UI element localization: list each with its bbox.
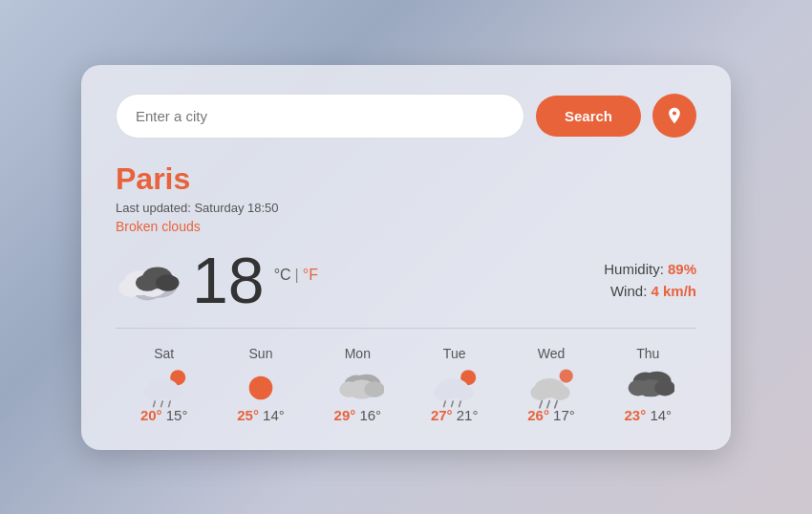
svg-point-24 <box>454 385 474 400</box>
divider <box>116 328 696 329</box>
svg-point-20 <box>364 381 384 397</box>
svg-point-30 <box>530 385 550 400</box>
unit-celsius[interactable]: °C <box>274 267 291 284</box>
forecast-low: 14° <box>263 407 285 423</box>
svg-point-7 <box>156 274 180 291</box>
forecast-icon-rain_sun <box>143 367 185 401</box>
forecast-high: 23° <box>625 407 647 423</box>
svg-point-15 <box>249 375 273 399</box>
svg-line-34 <box>555 400 557 407</box>
main-weather-icon <box>116 251 182 309</box>
forecast-high: 29° <box>334 407 356 423</box>
forecast-day: Thu 23° 14° <box>600 346 696 423</box>
forecast-icon-dark_cloud <box>627 367 669 401</box>
humidity-value: 89% <box>668 261 696 277</box>
svg-line-13 <box>160 401 162 407</box>
search-row: Search <box>116 94 696 139</box>
forecast-temps: 29° 16° <box>334 407 382 423</box>
weather-main: 18 °C | °F Humidity: 89% Wind: 4 km/h <box>116 247 696 312</box>
forecast-day: Sun 25° 14° <box>212 346 309 423</box>
forecast-day: Sat 20° 15° <box>116 346 212 423</box>
forecast-temps: 27° 21° <box>431 407 479 423</box>
weather-card: Search Paris Last updated: Saturday 18:5… <box>81 65 731 450</box>
svg-point-23 <box>434 385 454 400</box>
forecast-icon-sun <box>240 367 282 401</box>
forecast-row: Sat 20° 15° Sun 2 <box>116 346 696 423</box>
day-label: Sat <box>154 346 174 361</box>
forecast-day: Tue 27° 21° <box>406 346 502 423</box>
forecast-high: 25° <box>237 407 259 423</box>
weather-condition: Broken clouds <box>116 219 696 234</box>
temp-section: 18 °C | °F <box>116 247 318 312</box>
svg-line-26 <box>451 401 453 407</box>
forecast-temps: 20° 15° <box>140 407 188 423</box>
forecast-icon-cloudy <box>336 367 378 401</box>
forecast-day: Wed 26° 17° <box>502 346 599 423</box>
day-label: Wed <box>538 346 566 361</box>
city-name: Paris <box>116 161 696 197</box>
day-label: Tue <box>443 346 466 361</box>
svg-line-32 <box>540 400 542 407</box>
svg-point-10 <box>143 385 163 400</box>
day-label: Thu <box>636 346 659 361</box>
forecast-low: 21° <box>457 407 479 423</box>
unit-selector: °C | °F <box>274 255 318 284</box>
svg-line-25 <box>443 401 445 407</box>
svg-line-14 <box>168 401 170 407</box>
svg-line-12 <box>153 401 155 407</box>
location-button[interactable] <box>652 94 696 138</box>
forecast-low: 15° <box>166 407 188 423</box>
humidity-row: Humidity: 89% <box>604 261 696 277</box>
last-updated: Last updated: Saturday 18:50 <box>116 201 696 215</box>
svg-line-27 <box>459 401 460 407</box>
search-input[interactable] <box>116 94 524 139</box>
location-icon <box>665 106 684 125</box>
weather-stats: Humidity: 89% Wind: 4 km/h <box>604 261 696 299</box>
forecast-low: 14° <box>650 407 672 423</box>
unit-fahrenheit[interactable]: °F <box>303 267 318 284</box>
search-button[interactable]: Search <box>536 96 641 137</box>
svg-point-31 <box>550 385 570 400</box>
wind-value: 4 km/h <box>651 283 696 299</box>
forecast-high: 20° <box>140 407 162 423</box>
svg-line-33 <box>547 400 549 407</box>
wind-row: Wind: 4 km/h <box>604 283 696 299</box>
forecast-icon-rain_cloud <box>530 367 572 401</box>
forecast-temps: 23° 14° <box>625 407 673 423</box>
forecast-icon-rain_sun <box>434 367 476 401</box>
day-label: Sun <box>249 346 273 361</box>
forecast-low: 16° <box>359 407 381 423</box>
day-label: Mon <box>345 346 371 361</box>
forecast-temps: 25° 14° <box>237 407 285 423</box>
forecast-day: Mon 29° 16° <box>310 346 406 423</box>
svg-point-28 <box>560 369 573 382</box>
forecast-high: 27° <box>431 407 453 423</box>
temperature: 18 <box>192 247 265 312</box>
unit-separator: | <box>295 267 299 284</box>
svg-point-11 <box>163 385 183 400</box>
svg-point-6 <box>136 274 160 291</box>
svg-point-39 <box>654 379 674 396</box>
